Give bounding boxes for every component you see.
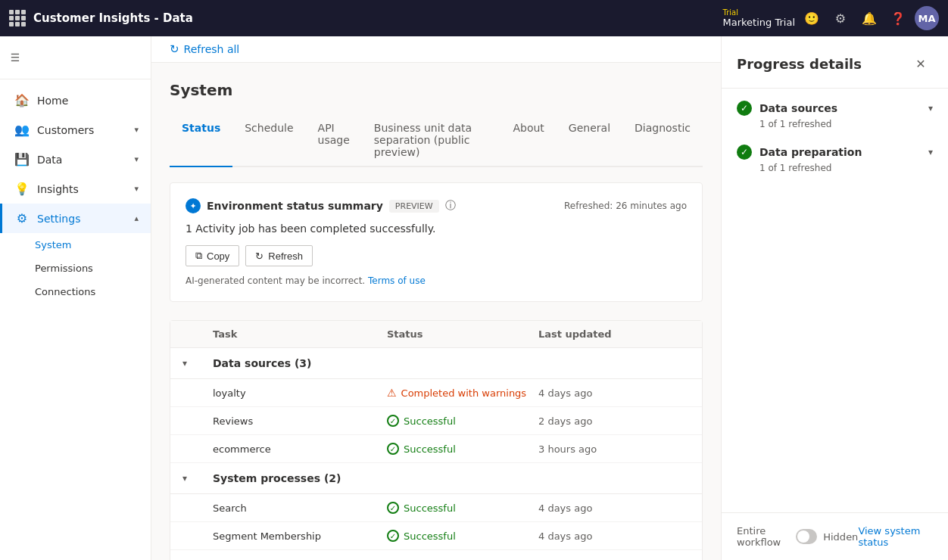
tab-business-unit[interactable]: Business unit data separation (public pr… xyxy=(362,114,501,167)
success-check-icon-2: ✓ xyxy=(387,443,399,455)
table-header: Task Status Last updated xyxy=(170,321,702,348)
progress-item-data-sources: ✓ Data sources ▾ 1 of 1 refreshed xyxy=(737,101,933,129)
sidebar-item-data-label: Data xyxy=(37,154,62,166)
copy-button[interactable]: ⧉ Copy xyxy=(186,245,239,266)
tab-api-usage[interactable]: API usage xyxy=(306,114,362,167)
sidebar-item-customers[interactable]: 👥 Customers ▾ xyxy=(0,115,151,145)
tab-about[interactable]: About xyxy=(501,114,556,167)
refresh-all-label: Refresh all xyxy=(184,43,240,55)
status-actions: ⧉ Copy ↻ Refresh xyxy=(186,245,687,266)
preview-badge: PREVIEW xyxy=(389,200,439,213)
sidebar-item-customers-label: Customers xyxy=(37,124,94,136)
trial-label: Trial xyxy=(723,8,796,17)
settings-nav-icon: ⚙️ xyxy=(14,211,30,226)
sidebar-item-settings[interactable]: ⚙️ Settings ▴ xyxy=(0,204,151,233)
home-icon: 🏠 xyxy=(14,93,30,107)
sidebar-item-settings-label: Settings xyxy=(37,213,80,225)
success-check-icon-3: ✓ xyxy=(387,502,399,514)
data-expand-icon: ▾ xyxy=(134,154,139,164)
refresh-all-button[interactable]: ↻ Refresh all xyxy=(170,42,239,56)
status-ecommerce: ✓ Successful xyxy=(387,443,538,455)
sidebar-sub-item-permissions[interactable]: Permissions xyxy=(0,257,151,280)
progress-item-data-preparation-expand[interactable]: ▾ xyxy=(928,147,933,157)
col-status: Status xyxy=(387,328,538,340)
refresh-label: Refresh xyxy=(268,250,303,262)
table-row: ecommerce ✓ Successful 3 hours ago xyxy=(170,435,702,463)
refresh-icon: ↻ xyxy=(255,250,264,262)
progress-item-data-sources-title: Data sources xyxy=(759,102,921,114)
customers-icon: 👥 xyxy=(14,123,30,137)
progress-panel-close-button[interactable]: ✕ xyxy=(909,51,933,76)
trial-info: Trial Marketing Trial xyxy=(723,8,796,28)
copy-label: Copy xyxy=(207,250,229,262)
status-search: ✓ Successful xyxy=(387,502,538,514)
col-task: Task xyxy=(213,328,387,340)
progress-item-data-sources-header: ✓ Data sources ▾ xyxy=(737,101,933,116)
group-data-sources-label: Data sources (3) xyxy=(213,357,690,369)
main-content: ↻ Refresh all System Status Schedule API… xyxy=(151,36,721,560)
refresh-all-icon: ↻ xyxy=(170,42,179,56)
status-card: ✦ Environment status summary PREVIEW ⓘ R… xyxy=(170,182,703,302)
tab-diagnostic[interactable]: Diagnostic xyxy=(622,114,703,167)
group-system-processes-chevron: ▾ xyxy=(182,473,213,484)
env-status-icon: ✦ xyxy=(186,198,201,213)
col-chevron xyxy=(182,328,213,340)
sidebar-item-insights-label: Insights xyxy=(37,183,79,195)
notifications-icon[interactable]: 🔔 xyxy=(857,6,881,30)
insights-expand-icon: ▾ xyxy=(134,184,139,194)
sidebar-item-data[interactable]: 💾 Data ▾ xyxy=(0,145,151,174)
view-system-status-link[interactable]: View system status xyxy=(858,525,933,548)
sidebar-toggle[interactable]: ☰ xyxy=(0,42,30,73)
terms-of-use-link[interactable]: Terms of use xyxy=(368,275,426,286)
avatar[interactable]: MA xyxy=(915,6,939,30)
app-title: Customer Insights - Data xyxy=(33,11,193,25)
sidebar-item-insights[interactable]: 💡 Insights ▾ xyxy=(0,174,151,204)
success-check-icon: ✓ xyxy=(387,415,399,427)
task-loyalty: loyalty xyxy=(213,387,387,399)
task-search: Search xyxy=(213,502,387,514)
progress-item-data-sources-expand[interactable]: ▾ xyxy=(928,103,933,114)
emoji-icon[interactable]: 🙂 xyxy=(800,6,824,30)
settings-icon[interactable]: ⚙️ xyxy=(828,6,853,30)
entire-workflow-toggle[interactable] xyxy=(796,529,817,544)
sidebar-sub-item-permissions-label: Permissions xyxy=(35,263,93,274)
main-layout: ☰ 🏠 Home 👥 Customers ▾ 💾 Data ▾ 💡 Insigh… xyxy=(0,36,948,560)
progress-footer: Entire workflow Hidden View system statu… xyxy=(722,512,948,560)
task-reviews: Reviews xyxy=(213,415,387,427)
status-message: 1 Activity job has been completed succes… xyxy=(186,222,687,235)
group-data-sources[interactable]: ▾ Data sources (3) xyxy=(170,348,702,379)
app-launcher-icon[interactable] xyxy=(9,10,26,26)
tab-status[interactable]: Status xyxy=(170,114,232,167)
refreshed-time: Refreshed: 26 minutes ago xyxy=(564,201,687,211)
sidebar-sub-item-connections-label: Connections xyxy=(35,286,95,297)
refresh-button[interactable]: ↻ Refresh xyxy=(245,245,313,266)
sidebar-sub-item-connections[interactable]: Connections xyxy=(0,280,151,303)
success-check-icon-4: ✓ xyxy=(387,530,399,542)
group-system-processes[interactable]: ▾ System processes (2) xyxy=(170,463,702,494)
info-icon[interactable]: ⓘ xyxy=(445,199,456,213)
toggle-label: Entire workflow xyxy=(737,525,790,548)
sidebar-sub-item-system[interactable]: System xyxy=(0,233,151,257)
sidebar: ☰ 🏠 Home 👥 Customers ▾ 💾 Data ▾ 💡 Insigh… xyxy=(0,36,151,560)
topbar-left: Customer Insights - Data xyxy=(9,10,193,26)
progress-item-data-preparation-header: ✓ Data preparation ▾ xyxy=(737,145,933,160)
progress-check-data-preparation: ✓ xyxy=(737,145,752,160)
sidebar-item-home[interactable]: 🏠 Home xyxy=(0,86,151,115)
help-icon[interactable]: ❓ xyxy=(886,6,910,30)
data-icon: 💾 xyxy=(14,152,30,166)
progress-item-data-sources-subtitle: 1 of 1 refreshed xyxy=(737,119,933,129)
group-data-sources-chevron: ▾ xyxy=(182,358,213,369)
status-segment-membership: ✓ Successful xyxy=(387,530,538,542)
progress-item-data-preparation: ✓ Data preparation ▾ 1 of 1 refreshed xyxy=(737,145,933,173)
tab-general[interactable]: General xyxy=(557,114,622,167)
page-title: System xyxy=(170,81,703,99)
status-reviews: ✓ Successful xyxy=(387,415,538,427)
progress-item-data-preparation-title: Data preparation xyxy=(759,146,921,158)
tab-schedule[interactable]: Schedule xyxy=(232,114,305,167)
settings-expand-icon: ▴ xyxy=(134,213,139,223)
customers-expand-icon: ▾ xyxy=(134,125,139,135)
trial-name: Marketing Trial xyxy=(723,17,796,28)
group-data-preparation[interactable]: ▾ Data preparation (9) xyxy=(170,550,702,560)
insights-icon: 💡 xyxy=(14,182,30,196)
table-row: Search ✓ Successful 4 days ago xyxy=(170,494,702,522)
